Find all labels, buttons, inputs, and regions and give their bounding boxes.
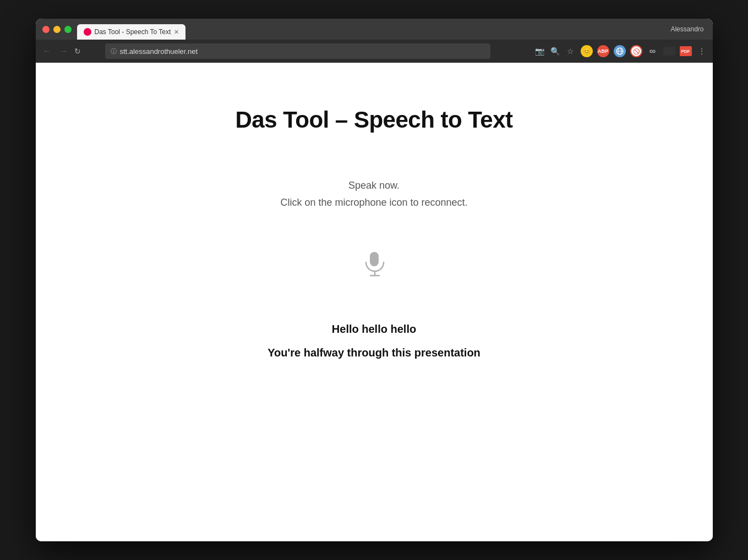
microphone-button[interactable]: [361, 249, 388, 279]
forward-button[interactable]: →: [58, 46, 70, 56]
close-button[interactable]: [42, 26, 50, 33]
tab-close-icon[interactable]: ✕: [174, 29, 179, 36]
security-icon: ⓘ: [111, 47, 117, 56]
back-button[interactable]: ←: [41, 46, 53, 56]
active-tab[interactable]: Das Tool - Speech To Text ✕: [77, 24, 186, 40]
svg-rect-3: [370, 252, 379, 266]
url-text: stt.alessandrothueler.net: [120, 47, 198, 56]
abp-extension-icon[interactable]: ABP: [597, 45, 609, 57]
minimize-button[interactable]: [53, 26, 61, 33]
toolbar-icons: 📷 🔍 ☆ 😊 ABP 🚫 ∞ PDF ⋮: [534, 45, 707, 57]
page-title: Das Tool – Speech to Text: [235, 107, 512, 133]
status-line1: Speak now.: [280, 177, 467, 194]
address-bar: ← → ↻ ⓘ stt.alessandrothueler.net 📷 🔍 ☆ …: [36, 40, 713, 63]
title-bar: Das Tool - Speech To Text ✕ Alessandro: [36, 19, 713, 40]
star-icon[interactable]: ☆: [565, 46, 576, 57]
maximize-button[interactable]: [64, 26, 72, 33]
infinity-extension-icon[interactable]: ∞: [647, 45, 659, 57]
pdf-extension-icon[interactable]: PDF: [680, 46, 692, 56]
reload-button[interactable]: ↻: [74, 47, 81, 56]
status-text: Speak now. Click on the microphone icon …: [280, 177, 467, 211]
transcript-line2: You're halfway through this presentation: [267, 347, 481, 359]
transcript-area: Hello hello hello You're halfway through…: [267, 323, 481, 359]
page-content: Das Tool – Speech to Text Speak now. Cli…: [36, 63, 713, 541]
url-bar[interactable]: ⓘ stt.alessandrothueler.net: [105, 43, 490, 59]
search-icon[interactable]: 🔍: [550, 46, 561, 57]
browser-window: Das Tool - Speech To Text ✕ Alessandro ←…: [36, 19, 713, 541]
microphone-icon: [361, 249, 388, 277]
menu-icon[interactable]: ⋮: [696, 46, 707, 57]
emoji-extension-icon[interactable]: 😊: [581, 45, 593, 57]
user-name: Alessandro: [670, 25, 703, 33]
status-line2: Click on the microphone icon to reconnec…: [280, 194, 467, 211]
tab-bar: Das Tool - Speech To Text ✕: [77, 19, 186, 40]
camera-icon[interactable]: 📷: [534, 46, 545, 57]
black-extension-icon[interactable]: [663, 47, 675, 56]
window-controls: [42, 26, 72, 33]
no-extension-icon[interactable]: 🚫: [630, 45, 642, 57]
tab-favicon: [84, 28, 91, 36]
tab-label: Das Tool - Speech To Text: [95, 28, 171, 36]
transcript-line1: Hello hello hello: [267, 323, 481, 336]
globe-extension-icon[interactable]: [614, 45, 626, 57]
